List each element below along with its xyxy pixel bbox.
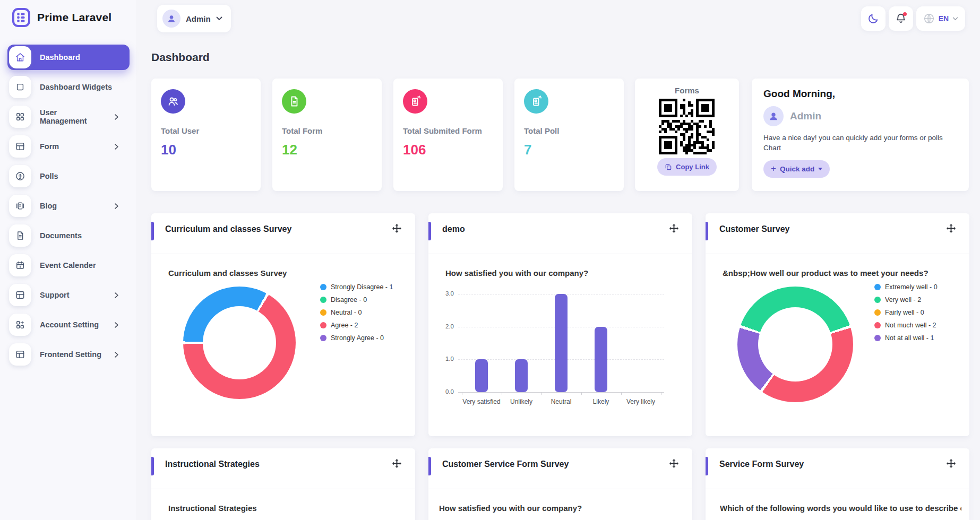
legend-label: Neutral - 0: [331, 309, 362, 316]
x-axis-tick: [581, 392, 582, 395]
legend-item[interactable]: Neutral - 0: [320, 309, 393, 316]
chart-legend: Strongly Disagree - 1Disagree - 0Neutral…: [320, 283, 393, 347]
legend-item[interactable]: Disagree - 0: [320, 296, 393, 304]
legend-label: Not much well - 2: [885, 322, 936, 329]
legend-dot: [320, 297, 326, 303]
drag-handle-icon[interactable]: [391, 223, 402, 235]
legend-label: Strongly Disagree - 1: [331, 283, 393, 291]
card-title: Instructional Strategies: [165, 460, 260, 469]
sidebar-item-frontend-setting[interactable]: Frontend Setting: [7, 342, 130, 367]
stat-card-total-user: Total User10: [151, 79, 261, 191]
legend-dot: [874, 284, 881, 290]
chart-card-customer-service: Customer Service Form Survey How satisfi…: [428, 448, 692, 520]
chart-title: How satisfied you with our company?: [445, 268, 588, 278]
sidebar-item-form[interactable]: Form: [7, 134, 130, 159]
sidebar-item-label: Documents: [40, 231, 82, 240]
page-title: Dashboard: [151, 51, 210, 64]
quick-add-button[interactable]: + Quick add: [763, 160, 830, 178]
chevron-right-icon: [113, 351, 120, 358]
sidebar-nav: DashboardDashboard WidgetsUser Managemen…: [7, 45, 130, 367]
legend-item[interactable]: Not at all well - 1: [874, 334, 938, 342]
chart-area: &nbsp;How well our product was to meet y…: [706, 255, 969, 436]
language-selector[interactable]: EN: [916, 6, 965, 31]
chart-card-service-form: Service Form Survey Which of the followi…: [706, 448, 969, 520]
card-title: Customer Service Form Survey: [442, 460, 569, 469]
legend-dot: [874, 297, 881, 303]
sidebar-item-user-management[interactable]: User Management: [7, 104, 130, 129]
legend-item[interactable]: Strongly Agree - 0: [320, 334, 393, 342]
y-axis-tick-label: 1.0: [433, 356, 454, 362]
sidebar-item-polls[interactable]: Polls: [7, 163, 130, 189]
bar: [595, 327, 607, 392]
chart-title: Which of the following words you would l…: [720, 504, 961, 513]
copy-link-button[interactable]: Copy Link: [657, 158, 717, 176]
chevron-down-icon: [952, 17, 958, 21]
chevron-right-icon: [113, 322, 120, 328]
sidebar-item-blog[interactable]: Blog: [7, 193, 130, 219]
sidebar-item-documents[interactable]: Documents: [7, 223, 130, 248]
legend-item[interactable]: Very well - 2: [874, 296, 938, 304]
legend-label: Strongly Agree - 0: [331, 334, 384, 342]
card-title: Service Form Survey: [719, 460, 804, 469]
drag-handle-icon[interactable]: [391, 458, 402, 470]
sidebar-item-label: User Management: [40, 108, 105, 125]
legend-item[interactable]: Not much well - 2: [874, 322, 938, 329]
chevron-right-icon: [113, 143, 120, 150]
sidebar-item-dashboard[interactable]: Dashboard: [7, 45, 130, 70]
sidebar-item-dashboard-widgets[interactable]: Dashboard Widgets: [7, 74, 130, 100]
brand-logo[interactable]: Prime Laravel: [11, 7, 111, 28]
brand-name: Prime Laravel: [37, 11, 111, 24]
greeting-title: Good Morning,: [763, 88, 957, 100]
legend-item[interactable]: Agree - 2: [320, 322, 393, 329]
chart-title: How satisfied you with our company?: [439, 504, 582, 513]
stat-card-total-form: Total Form12: [272, 79, 382, 191]
stat-label: Total User: [161, 126, 251, 135]
stat-label: Total Poll: [524, 126, 614, 135]
y-axis-tick-label: 2.0: [433, 323, 454, 330]
drag-handle-icon[interactable]: [668, 458, 680, 470]
dark-mode-toggle[interactable]: [861, 6, 886, 31]
legend-item[interactable]: Extremely well - 0: [874, 283, 938, 291]
donut-chart: [183, 287, 296, 399]
copy-link-label: Copy Link: [676, 163, 709, 171]
chart-legend: Extremely well - 0Very well - 2Fairly we…: [874, 283, 938, 347]
chart-area: Which of the following words you would l…: [706, 490, 969, 520]
notifications-button[interactable]: [889, 6, 913, 31]
drag-handle-icon[interactable]: [945, 458, 957, 470]
legend-dot: [320, 309, 326, 316]
calendar-icon: [9, 254, 31, 276]
user-menu-button[interactable]: Admin: [157, 5, 231, 32]
poll-person-icon: [9, 165, 31, 187]
stats-row: Total User10Total Form12Total Submited F…: [151, 79, 624, 191]
moon-icon: [867, 13, 879, 24]
legend-item[interactable]: Fairly well - 0: [874, 309, 938, 316]
sidebar-item-label: Account Setting: [40, 320, 99, 329]
table-icon: [9, 284, 31, 306]
greeting-message: Have a nice day! you can quickly add you…: [763, 133, 961, 153]
card-accent-bar: [706, 222, 708, 240]
stat-value: 12: [282, 142, 372, 158]
card-accent-bar: [151, 457, 154, 475]
x-axis-tick: [502, 392, 502, 395]
stat-value: 7: [524, 142, 614, 158]
legend-label: Disagree - 0: [331, 296, 367, 304]
chart-card-demo: demo How satisfied you with our company?…: [428, 213, 692, 436]
greeting-user: Admin: [790, 110, 821, 122]
legend-dot: [874, 309, 881, 316]
drag-handle-icon[interactable]: [945, 223, 957, 235]
legend-item[interactable]: Strongly Disagree - 1: [320, 283, 393, 291]
donut-hole: [203, 306, 276, 379]
legend-dot: [874, 322, 881, 328]
x-axis-tick: [621, 392, 622, 395]
drag-handle-icon[interactable]: [668, 223, 680, 235]
sidebar-item-label: Support: [40, 291, 70, 299]
layout-icon: [9, 343, 31, 366]
home-icon: [9, 46, 31, 68]
legend-label: Extremely well - 0: [885, 283, 938, 291]
sidebar-item-event-calender[interactable]: Event Calender: [7, 253, 130, 278]
language-label: EN: [939, 14, 949, 23]
x-axis-label: Very likely: [615, 398, 666, 405]
sidebar-item-support[interactable]: Support: [7, 282, 130, 308]
sidebar-item-account-setting[interactable]: Account Setting: [7, 312, 130, 337]
sidebar-item-label: Form: [40, 142, 59, 151]
